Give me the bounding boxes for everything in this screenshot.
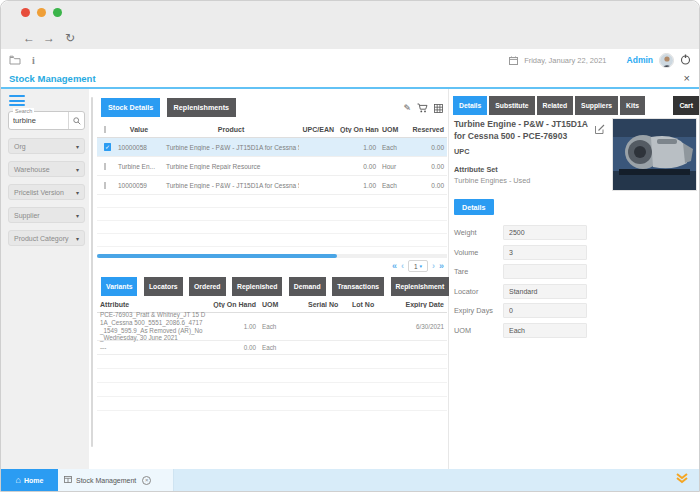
close-icon[interactable]: × <box>684 71 690 85</box>
row-checkbox[interactable] <box>104 163 106 170</box>
row-checkbox[interactable]: ✓ <box>104 143 111 151</box>
table-row[interactable]: Turbine En... Turbine Engine Repair Reso… <box>97 157 447 176</box>
table-row[interactable]: ✓ 10000058 Turbine Engine - P&W - JT15D1… <box>97 138 447 157</box>
uom-input[interactable] <box>503 323 587 338</box>
calendar-icon <box>509 51 518 69</box>
details-fields: Weight Volume Tare Locator Expiry Days U… <box>454 225 697 338</box>
admin-link[interactable]: Admin <box>627 55 653 65</box>
empty-row <box>97 208 447 221</box>
filter-warehouse[interactable]: Warehouse ▾ <box>8 161 85 177</box>
tab-kits[interactable]: Kits <box>620 96 645 115</box>
refresh-icon[interactable]: ↻ <box>65 27 75 49</box>
row-checkbox[interactable] <box>104 182 106 189</box>
table-row[interactable]: --- 0.00 Each <box>97 341 447 355</box>
attribute-set-value: Turbine Engines - Used <box>454 176 530 185</box>
stock-panel: Stock Details Replenishments ✎ Value Pro… <box>97 89 447 469</box>
empty-row <box>97 355 447 369</box>
page-select[interactable]: 1 ▾ <box>408 260 428 272</box>
date-text: Friday, January 22, 2021 <box>524 56 606 65</box>
cart-button[interactable]: Cart <box>673 96 699 115</box>
filter-sidebar: Search Org ▾ Warehouse ▾ Pricelist Versi… <box>1 89 89 469</box>
tab-demand[interactable]: Demand <box>289 277 326 296</box>
weight-input[interactable] <box>503 225 587 240</box>
expand-chevron-icon[interactable] <box>675 470 689 488</box>
chevron-down-icon: ▾ <box>76 212 79 219</box>
field-volume: Volume <box>454 245 697 260</box>
folder-icon[interactable] <box>9 51 21 69</box>
details-tabbar: Details Substitute Related Suppliers Kit… <box>453 96 699 115</box>
info-icon[interactable]: i <box>32 55 35 66</box>
tab-replenishments[interactable]: Replenishments <box>167 98 237 117</box>
tab-ordered[interactable]: Ordered <box>189 277 225 296</box>
cart-icon[interactable] <box>417 99 428 117</box>
field-tare: Tare <box>454 264 697 279</box>
tab-locators[interactable]: Locators <box>144 277 183 296</box>
tare-input[interactable] <box>503 264 587 279</box>
select-all-checkbox[interactable] <box>104 126 106 133</box>
field-uom: UOM <box>454 323 697 338</box>
tab-replenishment[interactable]: Replenishment <box>391 277 450 296</box>
sidebar-scrollbar[interactable] <box>91 97 93 447</box>
empty-row <box>97 234 447 247</box>
search-label: Search <box>13 108 34 114</box>
minimize-window-icon[interactable] <box>37 8 46 17</box>
variants-tabbar: Variants Locators Ordered Replenished De… <box>101 275 451 296</box>
table-row[interactable]: 10000059 Turbine Engine - P&W - JT15D1A … <box>97 176 447 195</box>
back-icon[interactable]: ← <box>23 27 35 49</box>
locator-input[interactable] <box>503 284 587 299</box>
power-icon[interactable] <box>680 51 691 69</box>
horizontal-scrollbar[interactable] <box>97 254 447 258</box>
expiry-days-input[interactable] <box>503 303 587 318</box>
edit-product-icon[interactable] <box>595 120 605 138</box>
avatar[interactable] <box>659 53 674 68</box>
close-window-icon[interactable] <box>21 8 30 17</box>
pagination: « ‹ 1 ▾ › » <box>392 260 444 272</box>
maximize-window-icon[interactable] <box>53 8 62 17</box>
next-page-icon[interactable]: › <box>432 260 435 272</box>
upc-label: UPC <box>454 147 469 156</box>
field-expiry-days: Expiry Days <box>454 303 697 318</box>
tab-transactions[interactable]: Transactions <box>332 277 384 296</box>
first-page-icon[interactable]: « <box>392 260 397 272</box>
tab-replenished[interactable]: Replenished <box>232 277 282 296</box>
empty-row <box>97 369 447 383</box>
tab-close-icon[interactable]: × <box>142 476 151 485</box>
home-icon: ⌂ <box>16 475 21 485</box>
scrollbar-thumb[interactable] <box>97 254 337 258</box>
table-row[interactable]: PCE-76903_Pratt & Whitney_JT 15 D 1A_Ces… <box>97 313 447 341</box>
last-page-icon[interactable]: » <box>439 260 444 272</box>
grid-icon[interactable] <box>434 99 443 117</box>
stock-management-tab[interactable]: Stock Management × <box>58 469 174 491</box>
filter-org[interactable]: Org ▾ <box>8 138 85 154</box>
home-tab[interactable]: ⌂ Home <box>1 469 58 491</box>
stock-table-header: Value Product UPC/EAN Qty On Hand UOM Re… <box>97 121 447 138</box>
field-locator: Locator <box>454 284 697 299</box>
search-icon[interactable] <box>68 112 84 129</box>
taskbar: ⌂ Home Stock Management × <box>1 469 699 491</box>
volume-input[interactable] <box>503 245 587 260</box>
chevron-down-icon: ▾ <box>76 189 79 196</box>
filter-supplier[interactable]: Supplier ▾ <box>8 207 85 223</box>
edit-icon[interactable]: ✎ <box>403 103 411 113</box>
empty-row <box>97 397 447 411</box>
filter-product-category[interactable]: Product Category ▾ <box>8 230 85 246</box>
filter-pricelist-version[interactable]: Pricelist Version ▾ <box>8 184 85 200</box>
chevron-down-icon: ▾ <box>76 143 79 150</box>
forward-icon[interactable]: → <box>43 27 55 49</box>
tab-details[interactable]: Details <box>453 96 487 115</box>
prev-page-icon[interactable]: ‹ <box>401 260 404 272</box>
browser-window: ← → ↻ ☰ i Friday, January 22, 2021 Admin <box>0 0 700 492</box>
sidebar-menu-icon[interactable] <box>9 95 25 109</box>
tab-substitute[interactable]: Substitute <box>489 96 534 115</box>
empty-row <box>97 383 447 397</box>
search-input[interactable] <box>9 116 68 125</box>
chevron-down-icon: ▾ <box>76 166 79 173</box>
chevron-down-icon: ▾ <box>420 263 423 269</box>
tab-variants[interactable]: Variants <box>101 277 137 296</box>
tab-suppliers[interactable]: Suppliers <box>575 96 618 115</box>
details-panel: Details Substitute Related Suppliers Kit… <box>451 89 700 469</box>
tab-related[interactable]: Related <box>537 96 574 115</box>
empty-row <box>97 195 447 208</box>
details-button[interactable]: Details <box>454 199 494 215</box>
tab-stock-details[interactable]: Stock Details <box>101 98 160 117</box>
